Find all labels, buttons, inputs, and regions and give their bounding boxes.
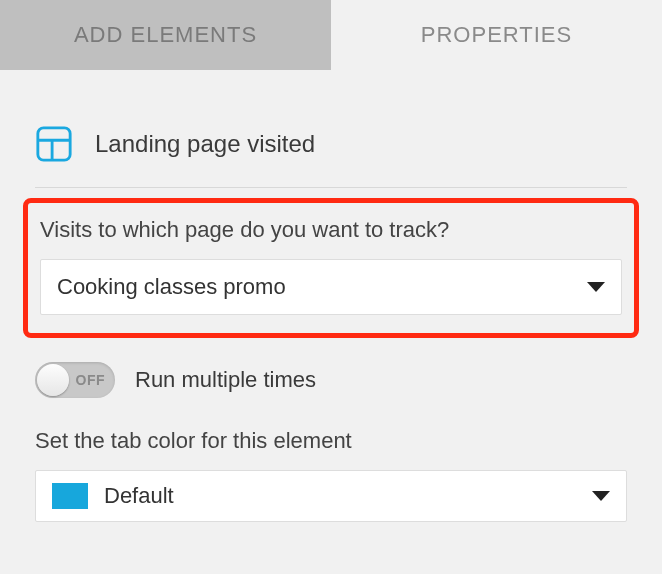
track-page-dropdown[interactable]: Cooking classes promo — [40, 259, 622, 315]
toggle-knob — [37, 364, 69, 396]
tab-properties[interactable]: PROPERTIES — [331, 0, 662, 70]
chevron-down-icon — [587, 282, 605, 292]
highlighted-section: Visits to which page do you want to trac… — [23, 198, 639, 338]
landing-page-icon — [35, 125, 73, 163]
tab-color-dropdown[interactable]: Default — [35, 470, 627, 522]
track-page-label: Visits to which page do you want to trac… — [40, 217, 622, 243]
element-title: Landing page visited — [95, 130, 315, 158]
tab-color-selected: Default — [104, 483, 174, 509]
svg-rect-0 — [38, 128, 70, 160]
run-multiple-label: Run multiple times — [135, 367, 316, 393]
track-page-selected: Cooking classes promo — [57, 274, 286, 300]
tab-color-swatch — [52, 483, 88, 509]
toggle-state-text: OFF — [76, 372, 106, 388]
tab-add-elements[interactable]: ADD ELEMENTS — [0, 0, 331, 70]
run-multiple-row: OFF Run multiple times — [35, 362, 627, 398]
run-multiple-toggle[interactable]: OFF — [35, 362, 115, 398]
tab-color-left: Default — [52, 483, 174, 509]
properties-panel: Landing page visited Visits to which pag… — [0, 70, 662, 552]
chevron-down-icon — [592, 491, 610, 501]
tab-color-label: Set the tab color for this element — [35, 428, 627, 454]
properties-tabs: ADD ELEMENTS PROPERTIES — [0, 0, 662, 70]
element-header: Landing page visited — [35, 125, 627, 188]
